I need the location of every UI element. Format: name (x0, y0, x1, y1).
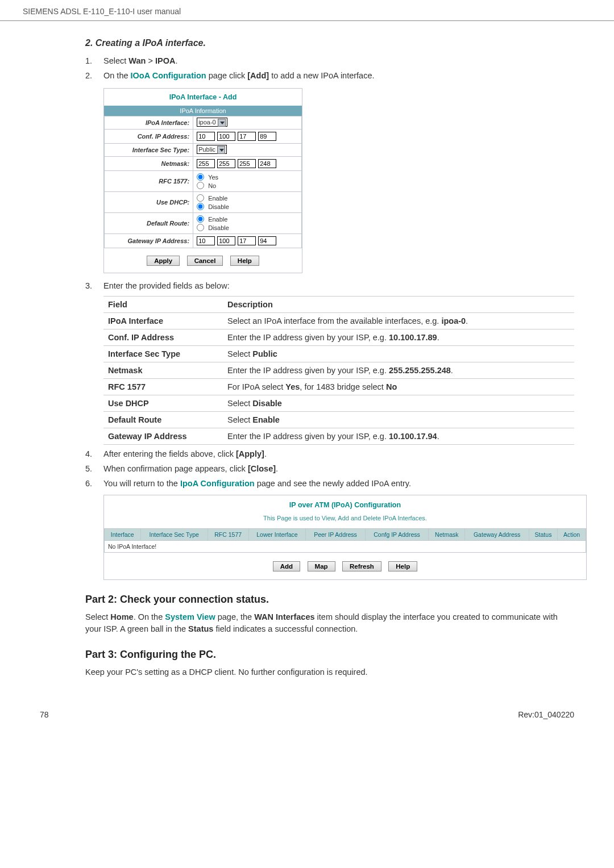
table-row: NetmaskEnter the IP address given by you… (103, 362, 574, 379)
step-1: 1. Select Wan > IPOA. (85, 56, 574, 65)
radio-route-enable[interactable] (197, 215, 204, 223)
radio-route-disable[interactable] (197, 224, 204, 231)
radio-rfc-no[interactable] (197, 182, 204, 189)
step-number: 6. (85, 479, 103, 488)
field-name: Netmask (103, 362, 223, 379)
select-sec-type[interactable]: Public (197, 145, 227, 154)
step-number: 4. (85, 449, 103, 458)
field-description: Select an IPoA interface from the availa… (223, 313, 574, 329)
section-title: 2. Creating a IPoA interface. (85, 38, 574, 48)
config-col-header: Lower Interface (248, 529, 306, 541)
conf-ip-oct1[interactable] (197, 132, 215, 141)
label-route: Default Route: (105, 213, 193, 234)
field-description: Enter the IP address given by your ISP, … (223, 362, 574, 379)
step-number: 1. (85, 56, 103, 65)
select-ipoa-interface[interactable]: ipoa-0 (197, 118, 227, 127)
table-row: IPoA InterfaceSelect an IPoA interface f… (103, 313, 574, 329)
apply-button[interactable]: Apply (147, 256, 180, 266)
empty-row: No IPoA Interface! (105, 541, 586, 553)
config-col-header: Gateway Address (465, 529, 529, 541)
help-button[interactable]: Help (230, 256, 259, 266)
gw-oct4[interactable] (258, 236, 276, 245)
field-description-table: Field Description IPoA InterfaceSelect a… (103, 296, 574, 445)
step-6: 6. You will return to the IpoA Configura… (85, 479, 574, 488)
link-system-view: System View (165, 612, 215, 621)
help-button-config[interactable]: Help (388, 561, 417, 571)
label-conf-ip: Conf. IP Address: (105, 130, 193, 144)
chevron-down-icon (218, 119, 226, 127)
label-gw: Gateway IP Address: (105, 234, 193, 248)
step-4: 4. After entering the fields above, clic… (85, 449, 574, 458)
config-col-header: Action (558, 529, 586, 541)
table-row: Use DHCPSelect Disable (103, 395, 574, 412)
revision: Rev:01_040220 (518, 710, 574, 719)
add-button[interactable]: Add (273, 561, 300, 571)
part3-title: Part 3: Configuring the PC. (85, 649, 574, 661)
table-row: RFC 1577For IPoA select Yes, for 1483 br… (103, 379, 574, 395)
netmask-oct2[interactable] (217, 159, 235, 168)
config-col-header: Interface (105, 529, 141, 541)
step-number: 5. (85, 464, 103, 473)
step-number: 2. (85, 71, 103, 80)
table-row: Interface Sec TypeSelect Public (103, 346, 574, 362)
col-field: Field (103, 297, 223, 313)
label-sec-type: Interface Sec Type: (105, 144, 193, 157)
config-col-header: RFC 1577 (208, 529, 248, 541)
step-text: When confirmation page appears, click [C… (103, 464, 574, 473)
config-panel-subtitle: This Page is used to View, Add and Delet… (104, 515, 586, 528)
link-iooa-config: IOoA Configuration (131, 71, 206, 80)
step-5: 5. When confirmation page appears, click… (85, 464, 574, 473)
step-2: 2. On the IOoA Configuration page click … (85, 71, 574, 80)
part2-title: Part 2: Check your connection status. (85, 594, 574, 606)
conf-ip-oct3[interactable] (238, 132, 256, 141)
table-row: Default RouteSelect Enable (103, 412, 574, 428)
gw-oct1[interactable] (197, 236, 215, 245)
field-description: Select Public (223, 346, 574, 362)
ipoa-add-panel: IPoA Interface - Add IPoA Information IP… (103, 88, 302, 273)
ipoa-panel-section: IPoA Information (104, 106, 302, 116)
refresh-button[interactable]: Refresh (342, 561, 381, 571)
config-col-header: Status (529, 529, 557, 541)
page-footer: 78 Rev:01_040220 (0, 700, 614, 732)
radio-dhcp-enable[interactable] (197, 194, 204, 202)
col-description: Description (223, 297, 574, 313)
label-rfc: RFC 1577: (105, 171, 193, 192)
map-button[interactable]: Map (308, 561, 335, 571)
field-name: Interface Sec Type (103, 346, 223, 362)
config-panel-title: IP over ATM (IPoA) Configuration (104, 495, 586, 515)
label-dhcp: Use DHCP: (105, 192, 193, 213)
radio-rfc-yes[interactable] (197, 173, 204, 181)
netmask-oct3[interactable] (238, 159, 256, 168)
netmask-oct4[interactable] (258, 159, 276, 168)
conf-ip-oct4[interactable] (258, 132, 276, 141)
netmask-oct1[interactable] (197, 159, 215, 168)
ipoa-panel-title: IPoA Interface - Add (104, 89, 302, 106)
cancel-button[interactable]: Cancel (187, 256, 223, 266)
field-description: Select Enable (223, 412, 574, 428)
config-col-header: Interface Sec Type (140, 529, 208, 541)
step-text: On the IOoA Configuration page click [Ad… (103, 71, 574, 80)
field-name: Conf. IP Address (103, 329, 223, 346)
field-name: Gateway IP Address (103, 428, 223, 445)
ipoa-config-panel: IP over ATM (IPoA) Configuration This Pa… (103, 495, 587, 580)
field-description: For IPoA select Yes, for 1483 bridge sel… (223, 379, 574, 395)
gw-oct3[interactable] (238, 236, 256, 245)
manual-title: SIEMENS ADSL E-110_E-110-I user manual (23, 7, 181, 16)
step-text: Select Wan > IPOA. (103, 56, 574, 65)
config-col-header: Confg IP Address (365, 529, 428, 541)
step-text: You will return to the IpoA Configuratio… (103, 479, 574, 488)
config-col-header: Netmask (429, 529, 465, 541)
page-header: SIEMENS ADSL E-110_E-110-I user manual (0, 0, 614, 21)
gw-oct2[interactable] (217, 236, 235, 245)
radio-dhcp-disable[interactable] (197, 203, 204, 210)
part3-text: Keep your PC's setting as a DHCP client.… (85, 666, 574, 678)
label-netmask: Netmask: (105, 157, 193, 171)
step-text: After entering the fields above, click [… (103, 449, 574, 458)
label-ipoa-interface: IPoA Interface: (105, 116, 193, 130)
part2-text: Select Home. On the System View page, th… (85, 611, 574, 635)
conf-ip-oct2[interactable] (217, 132, 235, 141)
field-name: Use DHCP (103, 395, 223, 412)
table-row: Conf. IP AddressEnter the IP address giv… (103, 329, 574, 346)
link-ipoa-config: IpoA Configuration (180, 479, 255, 488)
chevron-down-icon (217, 146, 225, 154)
